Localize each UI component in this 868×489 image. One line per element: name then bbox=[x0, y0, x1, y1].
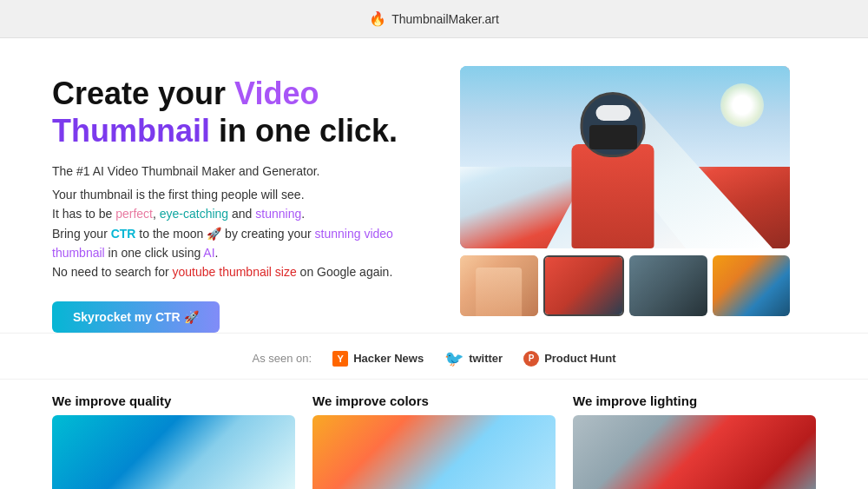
climber-figure bbox=[552, 83, 674, 248]
improve-quality-card: We improve quality bbox=[52, 393, 295, 489]
improve-quality-image bbox=[52, 415, 295, 489]
improve-colors-card: We improve colors bbox=[312, 393, 556, 489]
hn-label: Hacker News bbox=[353, 352, 424, 365]
improve-quality-title: We improve quality bbox=[52, 393, 295, 408]
hero-desc2-dot: . bbox=[301, 207, 305, 221]
hero-desc2-catching: eye-catching bbox=[160, 207, 228, 221]
hero-subtitle: The #1 AI Video Thumbnail Maker and Gene… bbox=[52, 162, 425, 181]
hero-desc3-mid: to the moon 🚀 by creating your bbox=[135, 227, 314, 241]
improve-colors-image bbox=[312, 415, 556, 489]
hero-left: Create your Video Thumbnail in one click… bbox=[52, 66, 425, 333]
thumbnail-strip bbox=[460, 255, 790, 316]
hero-desc4-yt: youtube thumbnail size bbox=[173, 265, 297, 279]
cta-button[interactable]: Skyrocket my CTR 🚀 bbox=[52, 301, 220, 333]
hero-desc2-perfect: perfect bbox=[115, 207, 153, 221]
fire-icon: 🔥 bbox=[369, 10, 386, 27]
hero-desc4-prefix: No need to search for bbox=[52, 265, 173, 279]
twitter-item: 🐦 twitter bbox=[444, 349, 503, 368]
improve-colors-title: We improve colors bbox=[312, 393, 556, 408]
climber-goggles bbox=[595, 105, 630, 121]
improve-lighting-card: We improve lighting bbox=[573, 393, 816, 489]
hero-title-video: Video bbox=[234, 76, 319, 111]
hero-title-static2: in one click. bbox=[219, 113, 398, 149]
hero-right bbox=[460, 66, 790, 333]
as-seen-bar: As seen on: Y Hacker News 🐦 twitter P Pr… bbox=[0, 333, 868, 379]
thumb-4[interactable] bbox=[713, 255, 791, 316]
improve-lighting-image bbox=[573, 415, 816, 489]
hero-desc3-ctr: CTR bbox=[111, 227, 136, 241]
navbar-logo: 🔥 ThumbnailMaker.art bbox=[369, 10, 499, 27]
main-hero-image bbox=[460, 66, 790, 248]
hero-desc3-prefix: Bring your bbox=[52, 227, 111, 241]
product-hunt-item: P Product Hunt bbox=[523, 351, 615, 367]
climber-body bbox=[572, 144, 654, 248]
hero-desc2-comma1: , bbox=[153, 207, 160, 221]
main-section: Create your Video Thumbnail in one click… bbox=[0, 38, 868, 333]
as-seen-label: As seen on: bbox=[253, 352, 312, 365]
thumb-2[interactable] bbox=[543, 255, 625, 316]
hero-desc3-dot: . bbox=[215, 246, 219, 260]
lighting-image-bg bbox=[573, 415, 816, 489]
twitter-label: twitter bbox=[469, 352, 503, 365]
hero-desc2-prefix: It has to be bbox=[52, 207, 115, 221]
hero-desc2-and: and bbox=[228, 207, 255, 221]
hero-desc2-stunning: stunning bbox=[255, 207, 301, 221]
hero-desc4: No need to search for youtube thumbnail … bbox=[52, 262, 425, 281]
improve-lighting-title: We improve lighting bbox=[573, 393, 816, 408]
hero-desc3-ai: AI bbox=[203, 246, 214, 260]
hero-desc4-suffix: on Google again. bbox=[297, 265, 393, 279]
thumb-1[interactable] bbox=[460, 255, 538, 316]
climber-helmet bbox=[581, 92, 646, 157]
quality-image-bg bbox=[52, 415, 295, 489]
ph-label: Product Hunt bbox=[544, 352, 615, 365]
hn-icon: Y bbox=[332, 351, 348, 367]
twitter-icon: 🐦 bbox=[444, 349, 464, 368]
hero-desc2: It has to be perfect, eye-catching and s… bbox=[52, 204, 425, 223]
main-image-inner bbox=[460, 66, 790, 248]
thumb-3[interactable] bbox=[629, 255, 707, 316]
bottom-section: We improve quality We improve colors We … bbox=[0, 379, 868, 489]
navbar: 🔥 ThumbnailMaker.art bbox=[0, 0, 868, 38]
ph-icon: P bbox=[523, 351, 539, 367]
hero-title: Create your Video Thumbnail in one click… bbox=[52, 75, 425, 149]
colors-image-bg bbox=[312, 415, 556, 489]
climber-mask bbox=[589, 125, 637, 149]
hero-title-thumbnail: Thumbnail bbox=[52, 113, 210, 149]
hero-desc1: Your thumbnail is the first thing people… bbox=[52, 185, 425, 204]
hero-desc3: Bring your CTR to the moon 🚀 by creating… bbox=[52, 224, 425, 263]
hacker-news-item: Y Hacker News bbox=[332, 351, 424, 367]
navbar-logo-text: ThumbnailMaker.art bbox=[391, 12, 499, 26]
hero-title-static1: Create your bbox=[52, 76, 226, 111]
sun-glow bbox=[720, 83, 764, 127]
hero-desc3-suffix: in one click using bbox=[105, 246, 204, 260]
